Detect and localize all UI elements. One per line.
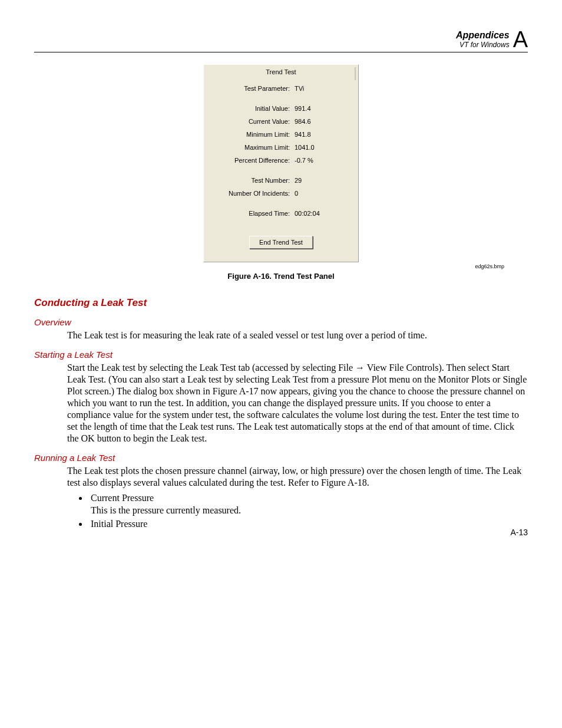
list-item: Current Pressure This is the pressure cu… (88, 492, 528, 517)
heading-conducting-leak-test: Conducting a Leak Test (34, 297, 528, 309)
row-test-parameter: Test Parameter: TVi (212, 85, 350, 92)
paragraph-overview: The Leak test is for measuring the leak … (34, 330, 528, 341)
value-test-number: 29 (295, 177, 350, 184)
label-maximum-limit: Maximum Limit: (212, 144, 295, 151)
running-bullet-list: Current Pressure This is the pressure cu… (34, 492, 528, 530)
heading-starting-leak-test: Starting a Leak Test (34, 350, 528, 360)
row-number-of-incidents: Number Of Incidents: 0 (212, 190, 350, 197)
label-percent-difference: Percent Difference: (212, 157, 295, 164)
appendix-letter: A (513, 29, 528, 50)
starting-text-b: View File Controls). Then select Start L… (67, 363, 527, 443)
value-maximum-limit: 1041.0 (295, 144, 350, 151)
row-maximum-limit: Maximum Limit: 1041.0 (212, 144, 350, 151)
heading-overview: Overview (34, 317, 528, 327)
label-test-parameter: Test Parameter: (212, 85, 295, 92)
label-number-of-incidents: Number Of Incidents: (212, 190, 295, 197)
value-minimum-limit: 941.8 (295, 131, 350, 138)
page-header: Appendices VT for Windows A (34, 29, 528, 52)
label-current-value: Current Value: (212, 118, 295, 125)
row-minimum-limit: Minimum Limit: 941.8 (212, 131, 350, 138)
value-elapsed-time: 00:02:04 (295, 210, 350, 217)
image-filename: edg62s.bmp (34, 263, 528, 269)
value-current-value: 984.6 (295, 118, 350, 125)
value-number-of-incidents: 0 (295, 190, 350, 197)
bullet-current-pressure: Current Pressure (91, 493, 154, 503)
end-trend-test-button[interactable]: End Trend Test (249, 236, 313, 249)
label-initial-value: Initial Value: (212, 105, 295, 112)
arrow-icon: → (355, 363, 365, 373)
label-minimum-limit: Minimum Limit: (212, 131, 295, 138)
starting-text-a: Start the Leak test by selecting the Lea… (67, 363, 355, 373)
panel-title: Trend Test (204, 65, 358, 81)
value-test-parameter: TVi (295, 85, 350, 92)
page-number: A-13 (510, 528, 528, 537)
value-initial-value: 991.4 (295, 105, 350, 112)
paragraph-starting: Start the Leak test by selecting the Lea… (34, 362, 528, 444)
heading-running-leak-test: Running a Leak Test (34, 453, 528, 463)
row-current-value: Current Value: 984.6 (212, 118, 350, 125)
bullet-initial-pressure: Initial Pressure (91, 519, 147, 529)
row-initial-value: Initial Value: 991.4 (212, 105, 350, 112)
figure-caption: Figure A-16. Trend Test Panel (34, 272, 528, 281)
header-subtitle: VT for Windows (456, 41, 510, 49)
header-title: Appendices (456, 30, 510, 41)
row-percent-difference: Percent Difference: -0.7 % (212, 157, 350, 164)
value-percent-difference: -0.7 % (295, 157, 350, 164)
paragraph-running: The Leak test plots the chosen pressure … (34, 465, 528, 489)
row-elapsed-time: Elapsed Time: 00:02:04 (212, 210, 350, 217)
label-elapsed-time: Elapsed Time: (212, 210, 295, 217)
trend-test-panel: Trend Test Test Parameter: TVi Initial V… (203, 64, 359, 262)
bullet-current-pressure-desc: This is the pressure currently measured. (91, 505, 241, 515)
row-test-number: Test Number: 29 (212, 177, 350, 184)
list-item: Initial Pressure (88, 518, 528, 531)
label-test-number: Test Number: (212, 177, 295, 184)
